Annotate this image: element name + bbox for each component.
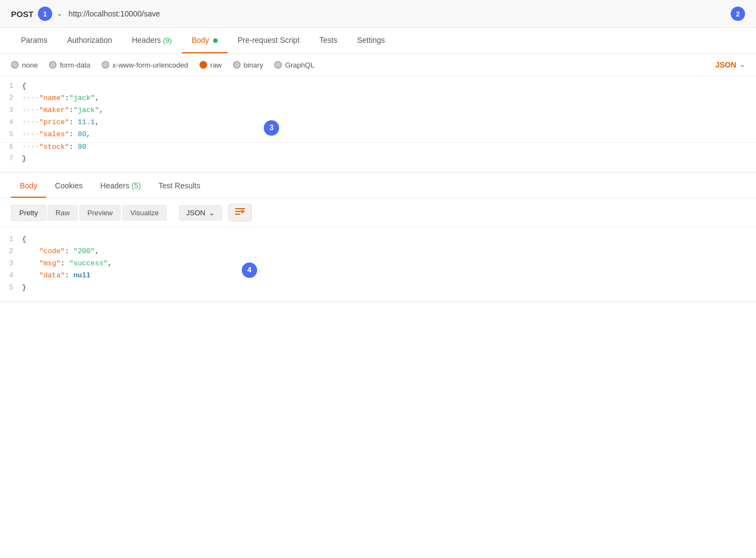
response-tab-test-results[interactable]: Test Results xyxy=(149,175,209,198)
format-btn-preview[interactable]: Preview xyxy=(79,205,121,221)
tab-params[interactable]: Params xyxy=(11,28,57,53)
res-line-5: 5 } xyxy=(0,283,756,295)
req-line-2: 2 ····"name":"jack", xyxy=(0,94,756,106)
wrap-lines-button[interactable] xyxy=(229,204,252,221)
format-btn-raw[interactable]: Raw xyxy=(47,205,78,221)
tab-headers[interactable]: Headers (9) xyxy=(122,28,182,53)
response-json-chevron-icon: ⌄ xyxy=(209,209,215,217)
body-active-dot xyxy=(213,38,218,43)
res-line-2: 2 "code": "200", xyxy=(0,247,756,259)
res-line-1: 1 { xyxy=(0,235,756,247)
body-type-none[interactable]: none xyxy=(11,61,38,69)
method-chevron-icon[interactable]: ⌄ xyxy=(57,10,62,18)
response-tab-body[interactable]: Body xyxy=(11,175,46,198)
url-input[interactable] xyxy=(69,9,724,18)
res-line-4: 4 "data": null xyxy=(0,271,756,283)
tab-tests[interactable]: Tests xyxy=(309,28,347,53)
response-headers-badge: (5) xyxy=(131,181,141,190)
response-tab-nav: Body Cookies Headers (5) Test Results xyxy=(0,175,756,198)
url-bar: POST 1 ⌄ 2 xyxy=(0,0,756,28)
radio-binary xyxy=(233,61,241,69)
res-line-3: 3 "msg": "success", xyxy=(0,259,756,271)
headers-badge: (9) xyxy=(163,36,172,44)
method-selector[interactable]: POST 1 ⌄ xyxy=(11,7,62,21)
radio-graphql xyxy=(274,61,282,69)
request-code-editor[interactable]: 1 { 2 ····"name":"jack", 3 ····"maker":"… xyxy=(0,76,756,172)
format-btn-visualize[interactable]: Visualize xyxy=(122,205,167,221)
tab-body[interactable]: Body xyxy=(182,28,228,53)
body-type-binary[interactable]: binary xyxy=(233,61,263,69)
method-label: POST xyxy=(11,9,34,19)
radio-none xyxy=(11,61,19,69)
request-tab-nav: Params Authorization Headers (9) Body Pr… xyxy=(0,28,756,54)
response-code-editor[interactable]: 1 { 2 "code": "200", 3 "msg": "success",… xyxy=(0,230,756,302)
body-type-raw[interactable]: raw xyxy=(199,61,222,69)
req-line-5: 5 ····"sales": 80, xyxy=(0,130,756,142)
badge-1: 1 xyxy=(38,7,52,21)
req-line-4: 4 ····"price": 11.1, xyxy=(0,118,756,130)
body-type-bar: none form-data x-www-form-urlencoded raw… xyxy=(0,54,756,76)
response-format-bar: Pretty Raw Preview Visualize JSON ⌄ xyxy=(0,198,756,227)
tab-pre-request-script[interactable]: Pre-request Script xyxy=(227,28,309,53)
response-json-selector[interactable]: JSON ⌄ xyxy=(179,205,222,220)
req-line-1: 1 { xyxy=(0,82,756,94)
req-line-7: 7 } xyxy=(0,154,756,166)
radio-raw xyxy=(199,61,207,69)
req-line-6: 6 ····"stock": 90 xyxy=(0,142,756,154)
response-tab-cookies[interactable]: Cookies xyxy=(46,175,92,198)
body-type-graphql[interactable]: GraphQL xyxy=(274,61,314,69)
json-chevron-icon: ⌄ xyxy=(740,61,745,69)
json-type-selector[interactable]: JSON ⌄ xyxy=(715,60,745,69)
response-tab-headers[interactable]: Headers (5) xyxy=(92,175,150,198)
req-line-3: 3 ····"maker":"jack", xyxy=(0,106,756,118)
body-type-form-data[interactable]: form-data xyxy=(49,61,91,69)
response-section: Body Cookies Headers (5) Test Results Pr… xyxy=(0,175,756,302)
tab-settings[interactable]: Settings xyxy=(347,28,395,53)
badge-2: 2 xyxy=(731,7,745,21)
body-type-urlencoded[interactable]: x-www-form-urlencoded xyxy=(102,61,188,69)
format-btn-pretty[interactable]: Pretty xyxy=(11,205,46,221)
tab-authorization[interactable]: Authorization xyxy=(57,28,122,53)
radio-form-data xyxy=(49,61,57,69)
radio-urlencoded xyxy=(102,61,109,69)
